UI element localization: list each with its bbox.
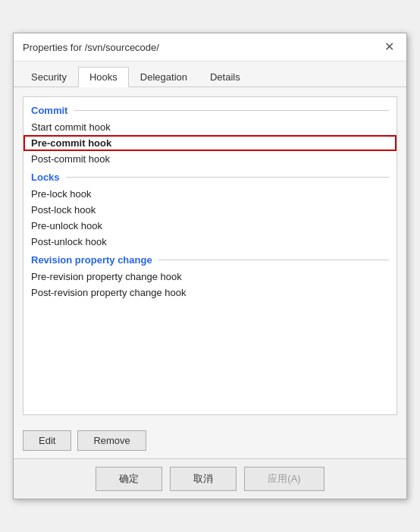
section-commit: Commit	[24, 100, 396, 119]
tab-delegation[interactable]: Delegation	[129, 67, 199, 87]
cancel-button[interactable]: 取消	[170, 467, 237, 491]
tab-security[interactable]: Security	[20, 67, 78, 87]
close-button[interactable]: ✕	[381, 39, 397, 55]
list-item[interactable]: Pre-unlock hook	[24, 218, 396, 234]
list-item-selected[interactable]: Pre-commit hook	[24, 135, 396, 151]
tabs-bar: Security Hooks Delegation Details	[14, 61, 406, 87]
edit-button[interactable]: Edit	[23, 430, 71, 451]
content-area: Commit Start commit hook Pre-commit hook…	[14, 87, 406, 424]
tab-hooks[interactable]: Hooks	[78, 67, 129, 87]
dialog-title: Properties for /svn/sourcecode/	[23, 42, 159, 53]
tab-details[interactable]: Details	[199, 67, 252, 87]
remove-button[interactable]: Remove	[77, 430, 146, 451]
section-locks: Locks	[24, 167, 396, 186]
apply-button[interactable]: 应用(A)	[244, 467, 324, 491]
dialog: Properties for /svn/sourcecode/ ✕ Securi…	[13, 33, 407, 499]
list-item[interactable]: Post-commit hook	[24, 151, 396, 167]
title-bar: Properties for /svn/sourcecode/ ✕	[14, 33, 406, 61]
list-item[interactable]: Post-revision property change hook	[24, 285, 396, 301]
confirm-button[interactable]: 确定	[96, 467, 162, 491]
list-item[interactable]: Pre-revision property change hook	[24, 269, 396, 285]
list-item[interactable]: Post-unlock hook	[24, 234, 396, 250]
section-revision: Revision property change	[24, 250, 396, 269]
list-item[interactable]: Post-lock hook	[24, 202, 396, 218]
list-item[interactable]: Start commit hook	[24, 119, 396, 135]
footer: 确定 取消 应用(A)	[14, 458, 406, 499]
hooks-list[interactable]: Commit Start commit hook Pre-commit hook…	[23, 96, 397, 415]
action-buttons: Edit Remove	[14, 424, 406, 458]
list-item[interactable]: Pre-lock hook	[24, 186, 396, 202]
